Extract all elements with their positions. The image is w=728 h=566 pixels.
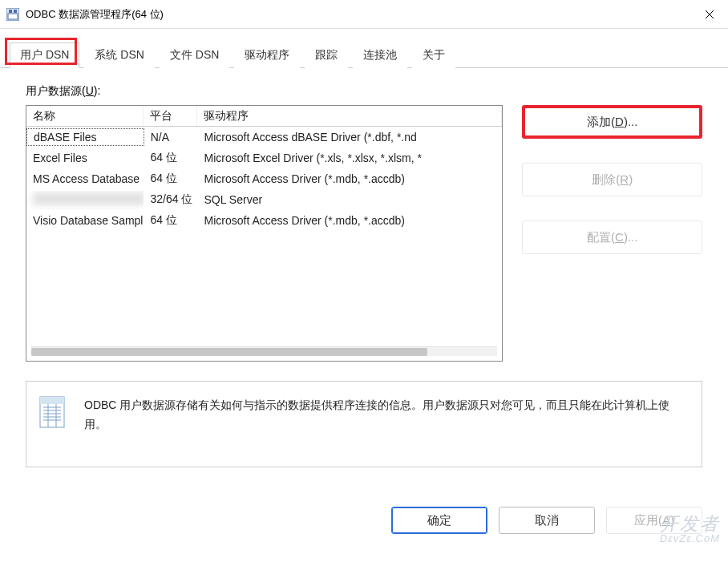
tab-system-dsn[interactable]: 系统 DSN <box>84 42 154 68</box>
side-buttons: 添加(D)... 删除(R) 配置(C)... <box>522 105 702 362</box>
datasource-list[interactable]: 名称 平台 驱动程序 dBASE Files N/A Microsoft Acc… <box>26 105 503 362</box>
list-header: 名称 平台 驱动程序 <box>26 106 502 127</box>
tab-bar: 用户 DSN 系统 DSN 文件 DSN 驱动程序 跟踪 连接池 关于 <box>0 29 728 68</box>
add-button[interactable]: 添加(D)... <box>522 105 702 139</box>
svg-rect-7 <box>40 397 64 404</box>
list-body: dBASE Files N/A Microsoft Access dBASE D… <box>26 127 502 231</box>
tab-file-dsn[interactable]: 文件 DSN <box>160 42 229 68</box>
tab-pool[interactable]: 连接池 <box>353 42 407 68</box>
tab-trace[interactable]: 跟踪 <box>305 42 348 68</box>
window-title: ODBC 数据源管理程序(64 位) <box>26 7 691 22</box>
watermark: 开发者 DεvZε.CoM <box>660 515 720 544</box>
cancel-button[interactable]: 取消 <box>499 507 595 534</box>
tab-about[interactable]: 关于 <box>412 42 455 68</box>
info-box: ODBC 用户数据源存储有关如何与指示的数据提供程序连接的信息。用户数据源只对您… <box>26 381 702 467</box>
dialog-footer: 确定 取消 应用(A) <box>0 507 728 534</box>
close-button[interactable] <box>691 0 728 29</box>
configure-button[interactable]: 配置(C)... <box>522 220 702 254</box>
redacted-text <box>33 192 144 205</box>
remove-button[interactable]: 删除(R) <box>522 163 702 196</box>
col-name[interactable]: 名称 <box>26 106 144 126</box>
titlebar: ODBC 数据源管理程序(64 位) <box>0 0 728 29</box>
svg-rect-2 <box>9 10 12 13</box>
table-row[interactable]: MS Access Database 64 位 Microsoft Access… <box>26 168 502 189</box>
table-row[interactable]: Excel Files 64 位 Microsoft Excel Driver … <box>26 148 502 168</box>
col-driver[interactable]: 驱动程序 <box>197 106 502 126</box>
datasource-icon <box>39 396 65 428</box>
info-text: ODBC 用户数据源存储有关如何与指示的数据提供程序连接的信息。用户数据源只对您… <box>84 396 689 435</box>
table-row[interactable]: Visio Database Samples 64 位 Microsoft Ac… <box>26 210 502 231</box>
scrollbar-thumb[interactable] <box>31 348 427 356</box>
list-label: 用户数据源(U): <box>26 84 702 99</box>
horizontal-scrollbar[interactable] <box>31 346 497 356</box>
table-row[interactable]: 32/64 位 SQL Server <box>26 189 502 210</box>
tab-drivers[interactable]: 驱动程序 <box>234 42 300 68</box>
ok-button[interactable]: 确定 <box>391 507 487 534</box>
close-icon <box>705 10 714 19</box>
col-platform[interactable]: 平台 <box>144 106 197 126</box>
table-row[interactable]: dBASE Files N/A Microsoft Access dBASE D… <box>26 127 502 148</box>
odbc-admin-icon <box>6 8 19 21</box>
svg-rect-1 <box>8 14 18 19</box>
svg-rect-3 <box>14 10 17 13</box>
tab-user-dsn[interactable]: 用户 DSN <box>10 42 79 68</box>
